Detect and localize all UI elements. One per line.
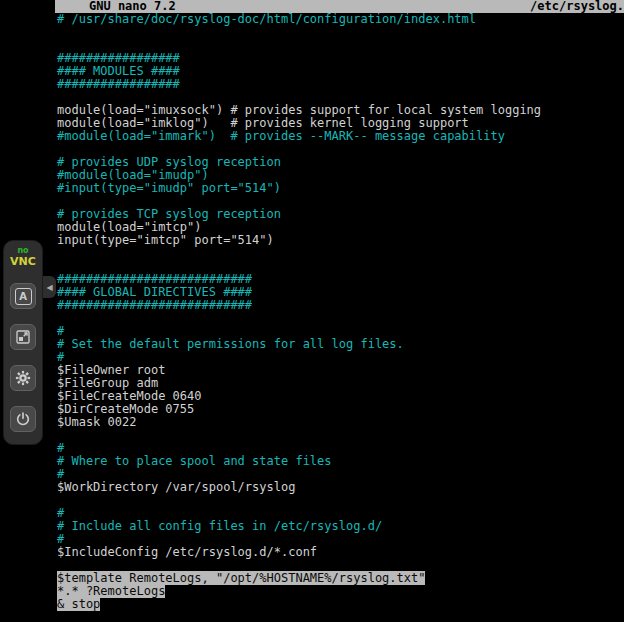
editor-line[interactable]: # Include all config files in /etc/rsysl…: [57, 520, 624, 533]
editor-line-text: $FileOwner root: [57, 363, 165, 377]
editor-line-text: #: [57, 506, 64, 520]
editor-line[interactable]: & stop: [57, 598, 624, 611]
editor-line[interactable]: $IncludeConfig /etc/rsyslog.d/*.conf: [57, 546, 624, 559]
editor-line-text: module(load="imtcp"): [57, 220, 202, 234]
editor-line[interactable]: [57, 429, 624, 442]
editor-line-text: #: [57, 350, 64, 364]
control-bar-handle[interactable]: ◀: [43, 276, 56, 298]
editor-line[interactable]: # Set the default permissions for all lo…: [57, 338, 624, 351]
editor-line-text: # Set the default permissions for all lo…: [57, 337, 404, 351]
settings-button[interactable]: [10, 365, 36, 391]
editor-line-text: # /usr/share/doc/rsyslog-doc/html/config…: [57, 12, 476, 26]
editor-line-text: #input(type="imudp" port="514"): [57, 181, 281, 195]
editor-line[interactable]: # Where to place spool and state files: [57, 455, 624, 468]
editor-line-text: #### GLOBAL DIRECTIVES ####: [57, 285, 252, 299]
editor-line-text: $Umask 0022: [57, 415, 136, 429]
editor-line-text: $WorkDirectory /var/spool/rsyslog: [57, 480, 295, 494]
editor-line-text: #: [57, 467, 64, 481]
novnc-logo-vnc: VNC: [10, 255, 36, 268]
editor-line-text: #################: [57, 77, 180, 91]
editor-line-text: #### MODULES ####: [57, 64, 180, 78]
editor-line-text: $template RemoteLogs, "/opt/%HOSTNAME%/r…: [57, 571, 425, 585]
nano-filename: /etc/rsyslog.: [530, 0, 624, 13]
editor-line-text: ###########################: [57, 272, 252, 286]
editor-line-text: & stop: [57, 597, 100, 611]
editor-line-text: # provides UDP syslog reception: [57, 155, 281, 169]
editor-line[interactable]: #input(type="imudp" port="514"): [57, 182, 624, 195]
editor-line-text: $DirCreateMode 0755: [57, 402, 194, 416]
editor-line-text: #module(load="immark") # provides --MARK…: [57, 129, 505, 143]
editor-line[interactable]: # /usr/share/doc/rsyslog-doc/html/config…: [57, 13, 624, 26]
editor-line-text: #################: [57, 51, 180, 65]
editor-line-text: input(type="imtcp" port="514"): [57, 233, 274, 247]
editor-line-text: module(load="imuxsock") # provides suppo…: [57, 103, 541, 117]
editor-line[interactable]: #################: [57, 78, 624, 91]
editor-line[interactable]: input(type="imtcp" port="514"): [57, 234, 624, 247]
editor-line-text: #: [57, 441, 64, 455]
editor-line-text: $FileGroup adm: [57, 376, 158, 390]
editor-line-text: *.* ?RemoteLogs: [57, 584, 165, 598]
editor-line-text: ###########################: [57, 298, 252, 312]
novnc-logo: no VNC: [10, 246, 36, 268]
editor-line-text: # Where to place spool and state files: [57, 454, 332, 468]
editor-line[interactable]: [57, 247, 624, 260]
editor-line[interactable]: [57, 494, 624, 507]
editor-line[interactable]: $Umask 0022: [57, 416, 624, 429]
editor-line-text: # provides TCP syslog reception: [57, 207, 281, 221]
editor-line-text: module(load="imklog") # provides kernel …: [57, 116, 469, 130]
editor-line[interactable]: ###########################: [57, 299, 624, 312]
novnc-logo-no: no: [17, 246, 28, 255]
editor-line[interactable]: #module(load="immark") # provides --MARK…: [57, 130, 624, 143]
editor-line-text: #module(load="imudp"): [57, 168, 209, 182]
terminal-window[interactable]: GNU nano 7.2 /etc/rsyslog. # /usr/share/…: [55, 0, 624, 622]
editor-line-text: $FileCreateMode 0640: [57, 389, 202, 403]
editor-line-text: # Include all config files in /etc/rsysl…: [57, 519, 382, 533]
editor-line[interactable]: [57, 26, 624, 39]
editor-line[interactable]: $WorkDirectory /var/spool/rsyslog: [57, 481, 624, 494]
editor-line-text: #: [57, 532, 64, 546]
editor-line-text: $IncludeConfig /etc/rsyslog.d/*.conf: [57, 545, 317, 559]
editor-line[interactable]: $DirCreateMode 0755: [57, 403, 624, 416]
editor-line[interactable]: [57, 312, 624, 325]
extra-keys-button[interactable]: A: [10, 283, 36, 309]
keyboard-key-a-icon: A: [15, 288, 32, 305]
fullscreen-icon: [15, 329, 31, 345]
gear-icon: [14, 369, 32, 387]
editor-line[interactable]: *.* ?RemoteLogs: [57, 585, 624, 598]
fullscreen-button[interactable]: [10, 324, 36, 350]
collapse-arrow-icon: ◀: [46, 283, 52, 292]
power-icon: [15, 411, 31, 427]
power-button[interactable]: [10, 406, 36, 432]
editor-line-text: #: [57, 324, 64, 338]
editor-lines[interactable]: # /usr/share/doc/rsyslog-doc/html/config…: [55, 13, 624, 611]
novnc-control-bar: no VNC A: [3, 240, 43, 445]
